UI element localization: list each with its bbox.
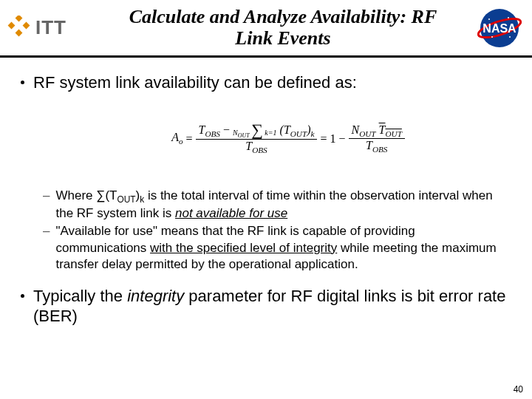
bullet-1: RF system link availability can be defin… — [21, 72, 511, 93]
availability-formula: Ao = TOBS − NOUT ∑ k=1 (TOUT)k TOBS = 1 … — [65, 102, 511, 176]
svg-point-10 — [509, 36, 511, 38]
bullet-1-text: RF system link availability can be defin… — [33, 72, 357, 93]
sub-bullet-2: – "Available for use" means that the RF … — [43, 223, 511, 272]
nasa-logo: NASA — [471, 7, 525, 49]
page-number: 40 — [514, 384, 523, 395]
sub-bullet-1-text: Where ∑(TOUT)k is the total interval of … — [55, 188, 499, 222]
bullet-dot-icon — [21, 294, 24, 298]
dash-icon: – — [43, 188, 50, 204]
sub-bullet-2-text: "Available for use" means that the RF li… — [55, 223, 499, 272]
itt-text: ITT — [35, 16, 66, 39]
svg-rect-2 — [23, 21, 30, 29]
itt-logo: ITT — [6, 16, 95, 41]
svg-point-9 — [491, 36, 493, 38]
bullet-dot-icon — [21, 81, 24, 84]
slide-title: Calculate and Analyze Availability: RF L… — [95, 7, 471, 49]
bullet-2: Typically the integrity parameter for RF… — [21, 286, 511, 327]
bullet-2-text: Typically the integrity parameter for RF… — [33, 286, 511, 327]
sub-bullet-1: – Where ∑(TOUT)k is the total interval o… — [43, 188, 511, 222]
svg-text:NASA: NASA — [482, 22, 516, 35]
svg-point-7 — [488, 18, 490, 20]
svg-rect-3 — [16, 29, 23, 36]
svg-rect-0 — [16, 16, 23, 21]
svg-point-8 — [508, 17, 509, 18]
svg-rect-1 — [8, 21, 16, 29]
dash-icon: – — [43, 223, 50, 239]
